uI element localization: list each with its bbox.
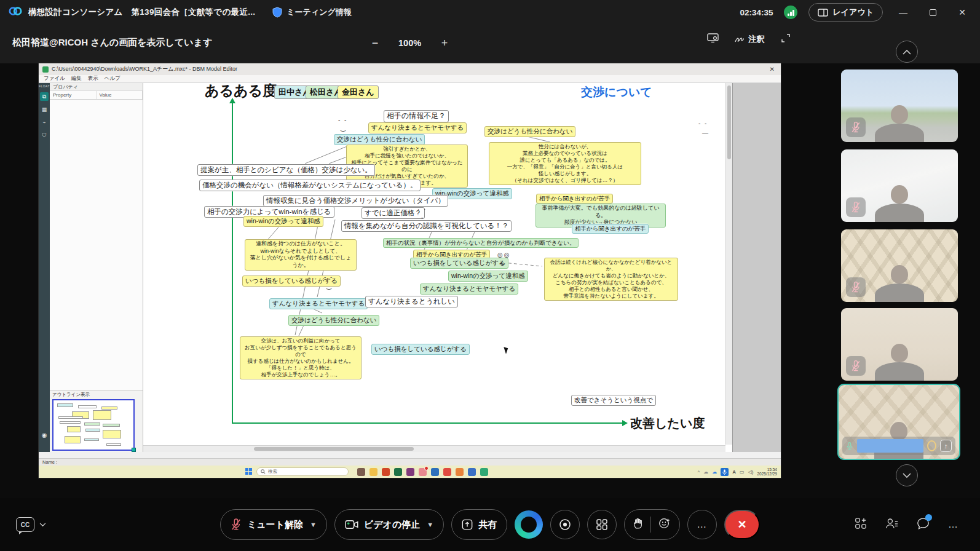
- apps-button[interactable]: [587, 510, 617, 539]
- sticky-note[interactable]: 情報収集に見合う価格交渉メリットが少ない（タイパ）: [263, 195, 448, 207]
- webex-assistant-button[interactable]: [515, 510, 543, 539]
- participant-video[interactable]: [841, 69, 958, 142]
- sticky-note[interactable]: 交渉はどうも性分に合わない: [484, 126, 575, 137]
- teams-taskbar-icon[interactable]: [468, 468, 476, 476]
- expand-view-icon[interactable]: [781, 33, 791, 46]
- sticky-note[interactable]: 会話は続くけれど核心になかなかたどり着かないとか、 どんなに働きかけても岩のよう…: [544, 258, 678, 301]
- sticky-note[interactable]: 交渉はどうも性分に合わない: [288, 315, 379, 326]
- participant-video-active-speaker[interactable]: ↑: [837, 384, 960, 460]
- menu-item[interactable]: ファイル: [44, 75, 65, 82]
- tray-mic-icon[interactable]: [721, 468, 729, 476]
- reactions-button[interactable]: [658, 517, 671, 532]
- outlook-taskbar-icon[interactable]: [431, 468, 439, 476]
- share-button[interactable]: 共有: [451, 509, 507, 540]
- sticky-note[interactable]: 交渉はどうも性分に合わない: [334, 134, 425, 145]
- tile-share-icon[interactable]: ↑: [940, 440, 952, 452]
- sticky-note[interactable]: 相手から聞き出すのが苦手: [572, 224, 649, 234]
- unmute-button[interactable]: ミュート解除 ▼: [220, 509, 327, 540]
- cloud-icon[interactable]: ☁: [703, 469, 708, 475]
- excel-taskbar-icon[interactable]: [394, 468, 402, 476]
- mic-options-chevron[interactable]: ▼: [310, 521, 317, 528]
- more-panels-button[interactable]: …: [948, 519, 959, 530]
- maximize-button[interactable]: [923, 4, 942, 21]
- connection-quality-icon[interactable]: [784, 6, 797, 19]
- closed-captions-button[interactable]: CC: [16, 517, 46, 532]
- menu-item[interactable]: ヘルプ: [105, 75, 121, 82]
- folder-taskbar-icon[interactable]: [369, 468, 377, 476]
- shared-screen-window[interactable]: C:\Users\00442940\Downloads\WORK1_Aチーム.m…: [39, 63, 781, 478]
- edge-taskbar-icon[interactable]: [357, 468, 365, 476]
- sticky-note[interactable]: すんなり決まるとうれしい: [365, 296, 458, 307]
- sticky-note[interactable]: すんなり決まるとモヤモヤする: [269, 298, 368, 309]
- sticky-note[interactable]: すでに適正価格？: [362, 207, 425, 219]
- tablet-icon[interactable]: ▭: [740, 469, 745, 475]
- sticky-note[interactable]: 相手の情報不足？: [384, 110, 449, 122]
- meeting-app-taskbar-icon[interactable]: [419, 468, 427, 476]
- outline-minimap[interactable]: [52, 399, 135, 451]
- sticky-note[interactable]: 情報を集めながら自分の認識を可視化している！？: [341, 220, 512, 232]
- chat-button[interactable]: [917, 517, 930, 532]
- sticky-note[interactable]: 価格交渉の機会がない（情報格差がないシステムになっている）。: [199, 180, 421, 191]
- participant-video[interactable]: [841, 149, 958, 222]
- video-options-chevron[interactable]: ▼: [427, 521, 433, 528]
- sticky-note[interactable]: 性分には合わないが、 業務上必要なのでやっている状況は 誰にとっても「あるある」…: [489, 142, 641, 185]
- sticky-note[interactable]: いつも損をしている感じがする: [371, 344, 470, 355]
- onedrive-icon[interactable]: ☁: [712, 469, 717, 475]
- vertical-scrollbar[interactable]: [725, 83, 732, 445]
- firefox-taskbar-icon[interactable]: [456, 468, 464, 476]
- system-tray[interactable]: ^ ☁ ☁ A ▭ ◁) 15:54 2025/12/29: [698, 467, 777, 477]
- sticky-note[interactable]: 相手の状況（裏事情）が分からないと自分が損なのかも判断できない。: [383, 238, 579, 248]
- minimap-handle[interactable]: [132, 448, 136, 452]
- menu-item[interactable]: 表示: [88, 75, 98, 82]
- diagram-canvas[interactable]: あるある度 交渉について 改善したい度 田中さん松田さん金田さん 相手の情報不足…: [143, 83, 781, 452]
- speaker-icon[interactable]: ◁): [748, 469, 754, 475]
- bookmark-tool-icon[interactable]: ⛉: [40, 131, 49, 140]
- participant-video[interactable]: [841, 308, 958, 381]
- annotate-button[interactable]: 注釈: [735, 34, 765, 45]
- close-button[interactable]: ✕: [953, 4, 971, 21]
- powerpoint-taskbar-icon[interactable]: [382, 468, 390, 476]
- shared-desktop-taskbar[interactable]: 検索 ^ ☁ ☁ A ▭ ◁) 15:54 2025/12/29: [39, 466, 781, 478]
- sticky-note[interactable]: すんなり決まるとモヤモヤする: [368, 122, 467, 133]
- sticky-note[interactable]: 提案が主、相手とのシビアな（価格）交渉は少ない。: [197, 164, 375, 176]
- sticky-note[interactable]: 改善できそうという視点で: [571, 395, 656, 406]
- chrome-taskbar-icon[interactable]: [443, 468, 451, 476]
- sticky-note[interactable]: 違和感を持つのは仕方がないこと。 win-winならそれでよしとして、 落とし穴…: [245, 239, 357, 271]
- grid-tool-icon[interactable]: ▦: [40, 105, 49, 114]
- app-close-icon[interactable]: ✕: [770, 66, 777, 73]
- store-taskbar-icon[interactable]: [480, 468, 488, 476]
- sticky-note[interactable]: いつも損をしている感じがする: [410, 258, 508, 269]
- onenote-taskbar-icon[interactable]: [406, 468, 414, 476]
- zoom-out-button[interactable]: −: [368, 36, 382, 50]
- record-button[interactable]: [550, 510, 580, 539]
- taskbar-clock[interactable]: 15:54 2025/12/29: [757, 467, 777, 477]
- zoom-in-button[interactable]: +: [437, 36, 452, 50]
- author-tag[interactable]: 金田さん: [338, 85, 379, 99]
- collapse-filmstrip-button[interactable]: [896, 41, 918, 63]
- participant-video[interactable]: [841, 229, 958, 302]
- ime-indicator[interactable]: A: [732, 469, 736, 475]
- tray-chevron-icon[interactable]: ^: [698, 469, 700, 475]
- view-on-monitor-icon[interactable]: [707, 33, 719, 46]
- meeting-info-button[interactable]: ミーティング情報: [272, 7, 352, 18]
- more-options-button[interactable]: …: [687, 510, 717, 539]
- next-participants-button[interactable]: [896, 464, 918, 486]
- sticky-note[interactable]: 交渉は、お互いの利益に向かって お互いが少しずつ損をすることでもあると思うので …: [240, 336, 362, 379]
- minimize-button[interactable]: —: [894, 4, 912, 21]
- widgets-button[interactable]: [855, 517, 867, 532]
- sticky-note[interactable]: win-winの交渉って違和感: [243, 216, 323, 227]
- horizontal-scrollbar[interactable]: [143, 445, 725, 452]
- visibility-icon[interactable]: ◉: [42, 432, 47, 438]
- layout-button[interactable]: レイアウト: [808, 3, 883, 22]
- connector-tool-icon[interactable]: ⌁: [40, 118, 49, 127]
- participants-button[interactable]: [885, 517, 898, 532]
- select-tool-icon[interactable]: ⧉: [40, 92, 49, 101]
- sticky-note[interactable]: 相手から聞き出すのが苦手: [536, 194, 613, 204]
- stop-video-button[interactable]: ビデオの停止 ▼: [334, 509, 444, 540]
- sticky-note[interactable]: win-winの交渉って違和感: [448, 271, 528, 282]
- sticky-note[interactable]: すんなり決まるとモヤモヤする: [420, 283, 518, 295]
- leave-meeting-button[interactable]: ✕: [724, 510, 760, 539]
- start-button[interactable]: [245, 468, 253, 475]
- raise-hand-button[interactable]: [633, 517, 643, 532]
- menu-item[interactable]: 編集: [71, 75, 82, 82]
